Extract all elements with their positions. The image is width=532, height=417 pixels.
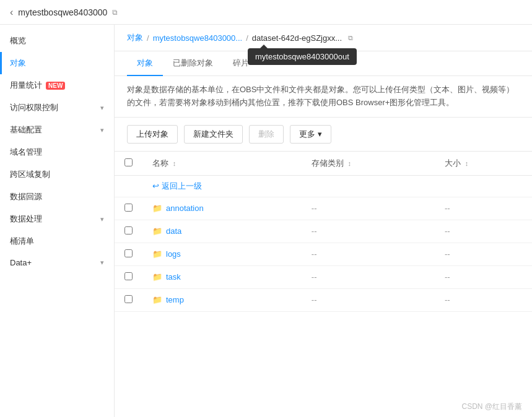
breadcrumb-current: dataset-642d-egSZjgxx... [252, 33, 342, 43]
folder-icon: 📁 [152, 272, 162, 282]
size-cell: -- [435, 288, 532, 311]
sidebar-item-bucket-list[interactable]: 桶清单 [0, 230, 114, 252]
sidebar-item-data-process[interactable]: 数据处理 ▾ [0, 208, 114, 230]
chevron-icon: ▾ [100, 104, 104, 112]
folder-icon: 📁 [152, 295, 162, 304]
select-all-checkbox[interactable] [124, 158, 133, 166]
size-cell: -- [435, 265, 532, 288]
app-header: ‹ mytestbosqwe8403000 ⧉ [0, 0, 532, 25]
objects-table: 名称 ↕ 存储类别 ↕ 大小 ↕ [115, 152, 532, 312]
row-checkbox[interactable] [124, 295, 133, 303]
folder-icon: 📁 [152, 249, 162, 259]
new-badge: NEW [46, 82, 65, 90]
storage-type-sort-icon: ↕ [347, 160, 351, 167]
chevron-icon: ▾ [100, 259, 104, 267]
copy-bucket-name-icon[interactable]: ⧉ [112, 8, 118, 17]
content-area: 对象 / mytestobsqwe8403000... / dataset-64… [115, 25, 532, 417]
breadcrumb-root[interactable]: 对象 [127, 32, 143, 43]
sidebar-item-data-plus[interactable]: Data+ ▾ [0, 252, 114, 273]
toolbar: 上传对象 新建文件夹 删除 更多 ▾ [115, 118, 532, 152]
folder-link[interactable]: data [166, 226, 181, 236]
more-chevron-icon: ▾ [318, 129, 322, 139]
size-sort-icon: ↕ [465, 160, 469, 167]
bucket-name-title: mytestbosqwe8403000 [18, 7, 107, 17]
size-cell: -- [435, 220, 532, 243]
folder-link[interactable]: annotation [166, 204, 204, 213]
sidebar-item-overview[interactable]: 概览 [0, 30, 114, 52]
folder-link[interactable]: task [166, 272, 181, 282]
size-column-header[interactable]: 大小 ↕ [435, 152, 532, 176]
tab-objects[interactable]: 对象 [127, 51, 163, 76]
table-row: 📁temp -- -- [115, 288, 532, 311]
breadcrumb-tooltip: mytestobsqwe8403000out [248, 48, 357, 65]
delete-button[interactable]: 删除 [249, 125, 284, 144]
folder-icon: 📁 [152, 204, 162, 213]
sidebar-item-domain-mgmt[interactable]: 域名管理 [0, 141, 114, 163]
main-layout: 概览 对象 用量统计 NEW 访问权限控制 ▾ 基础配置 ▾ 域名管理 跨区域复… [0, 25, 532, 417]
row-checkbox[interactable] [124, 204, 133, 212]
table-row: 📁annotation -- -- [115, 197, 532, 220]
select-all-col[interactable] [115, 152, 142, 176]
size-cell: -- [435, 243, 532, 265]
back-button[interactable]: ‹ [10, 7, 13, 18]
storage-type-cell: -- [302, 265, 435, 288]
new-folder-button[interactable]: 新建文件夹 [184, 125, 243, 144]
sidebar-item-objects[interactable]: 对象 [0, 52, 114, 74]
storage-type-cell: -- [302, 220, 435, 243]
row-checkbox[interactable] [124, 249, 133, 257]
objects-table-wrap: 名称 ↕ 存储类别 ↕ 大小 ↕ [115, 152, 532, 397]
upload-object-button[interactable]: 上传对象 [127, 125, 178, 144]
row-checkbox[interactable] [124, 272, 133, 280]
name-sort-icon: ↕ [173, 160, 177, 167]
table-row: 📁task -- -- [115, 265, 532, 288]
chevron-icon: ▾ [100, 215, 104, 223]
folder-icon: 📁 [152, 226, 162, 236]
sidebar: 概览 对象 用量统计 NEW 访问权限控制 ▾ 基础配置 ▾ 域名管理 跨区域复… [0, 25, 115, 417]
storage-type-column-header[interactable]: 存储类别 ↕ [302, 152, 435, 176]
sidebar-collapse-button[interactable]: ‹ [114, 211, 115, 231]
sidebar-item-cross-region[interactable]: 跨区域复制 [0, 163, 114, 186]
go-back-row[interactable]: ↩ 返回上一级 [115, 175, 532, 197]
table-row: 📁logs -- -- [115, 243, 532, 265]
storage-type-cell: -- [302, 288, 435, 311]
folder-link[interactable]: temp [166, 295, 184, 304]
more-button[interactable]: 更多 ▾ [290, 125, 331, 144]
breadcrumb: 对象 / mytestobsqwe8403000... / dataset-64… [115, 25, 532, 51]
table-row: 📁data -- -- [115, 220, 532, 243]
chevron-icon: ▾ [100, 126, 104, 134]
sidebar-item-basic-config[interactable]: 基础配置 ▾ [0, 119, 114, 141]
row-checkbox[interactable] [124, 226, 133, 234]
info-banner: 对象是数据存储的基本单位，在OBS中文件和文件夹都是对象。您可以上传任何类型（文… [115, 76, 532, 118]
storage-type-cell: -- [302, 197, 435, 220]
sidebar-item-data-source[interactable]: 数据回源 [0, 186, 114, 208]
folder-link[interactable]: logs [166, 249, 181, 259]
storage-type-cell: -- [302, 243, 435, 265]
name-column-header[interactable]: 名称 ↕ [142, 152, 302, 176]
go-back-label[interactable]: ↩ 返回上一级 [152, 181, 202, 191]
breadcrumb-bucket[interactable]: mytestobsqwe8403000... [153, 33, 243, 43]
copy-path-icon[interactable]: ⧉ [348, 34, 353, 42]
tab-deleted-objects[interactable]: 已删除对象 [163, 51, 223, 76]
sidebar-item-access-control[interactable]: 访问权限控制 ▾ [0, 97, 114, 119]
table-header-row: 名称 ↕ 存储类别 ↕ 大小 ↕ [115, 152, 532, 176]
watermark: CSDN @红目香薰 [115, 397, 532, 417]
size-cell: -- [435, 197, 532, 220]
sidebar-item-usage-stats[interactable]: 用量统计 NEW [0, 74, 114, 97]
